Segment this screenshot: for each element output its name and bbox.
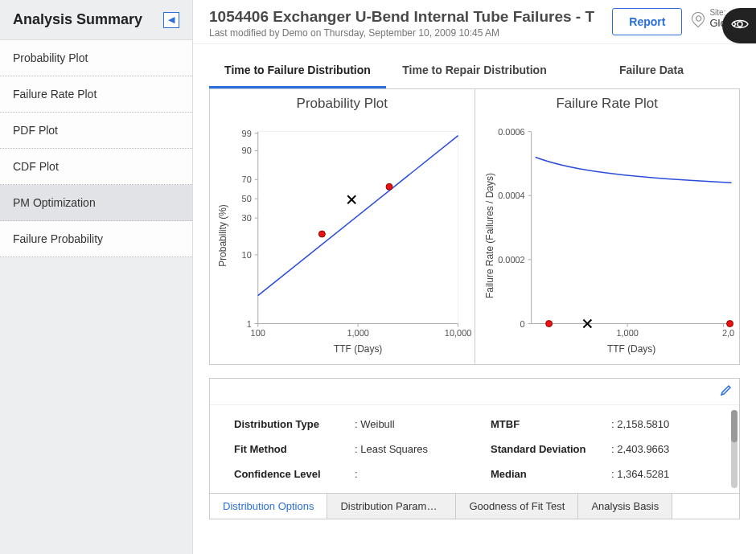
detail-row: Distribution TypeWeibull bbox=[234, 412, 458, 437]
detail-row: Confidence Level bbox=[234, 462, 458, 486]
sidebar-item-pdf-plot[interactable]: PDF Plot bbox=[0, 113, 192, 149]
data-point bbox=[726, 321, 733, 327]
svg-text:0: 0 bbox=[520, 319, 524, 329]
svg-text:0.0004: 0.0004 bbox=[498, 191, 524, 200]
svg-text:70: 70 bbox=[242, 174, 252, 184]
tab-time-to-repair[interactable]: Time to Repair Distribution bbox=[386, 55, 563, 88]
svg-text:100: 100 bbox=[251, 328, 265, 338]
eye-back-icon bbox=[731, 18, 749, 35]
tab-time-to-failure[interactable]: Time to Failure Distribution bbox=[209, 55, 386, 88]
svg-text:0.0006: 0.0006 bbox=[498, 127, 524, 137]
detail-row: Standard Deviation2,403.9663 bbox=[491, 437, 715, 462]
svg-text:1,000: 1,000 bbox=[616, 328, 638, 338]
side-drawer-toggle[interactable] bbox=[722, 8, 756, 43]
sidebar-item-failure-probability[interactable]: Failure Probability bbox=[0, 221, 192, 257]
svg-text:99: 99 bbox=[242, 129, 252, 138]
distribution-details-card: Distribution TypeWeibull Fit MethodLeast… bbox=[209, 378, 740, 519]
sidebar-item-pm-optimization[interactable]: PM Optimization bbox=[0, 185, 192, 221]
detail-row: Fit MethodLeast Squares bbox=[234, 437, 458, 462]
sidebar-item-probability-plot[interactable]: Probability Plot bbox=[0, 40, 192, 76]
censored-point-icon bbox=[347, 195, 355, 203]
main-panel: 1054406 Exchanger U-Bend Internal Tube F… bbox=[193, 0, 756, 554]
svg-line-27 bbox=[258, 136, 458, 296]
detail-row: Median1,364.5281 bbox=[491, 462, 715, 486]
svg-text:1,000: 1,000 bbox=[347, 328, 368, 338]
detail-tabs: Distribution Options Distribution Parame… bbox=[210, 493, 739, 519]
scrollbar[interactable] bbox=[731, 410, 738, 488]
svg-text:50: 50 bbox=[242, 194, 252, 203]
svg-text:1: 1 bbox=[247, 319, 252, 329]
sidebar: Analysis Summary ◀ Probability Plot Fail… bbox=[0, 0, 193, 554]
location-pin-icon bbox=[689, 10, 708, 28]
svg-text:Probability (%): Probability (%) bbox=[217, 204, 228, 267]
svg-text:10: 10 bbox=[242, 250, 252, 260]
svg-text:10,000: 10,000 bbox=[445, 328, 471, 338]
data-point bbox=[386, 183, 392, 190]
failure-rate-plot-svg: 0 0.0002 0.0004 0.0006 1,000 2,0 Failure… bbox=[475, 115, 740, 364]
page-subtitle: Last modified by Demo on Thursday, Septe… bbox=[209, 27, 602, 39]
sidebar-title: Analysis Summary bbox=[13, 11, 142, 28]
collapse-sidebar-button[interactable]: ◀ bbox=[163, 12, 179, 28]
report-button[interactable]: Report bbox=[612, 8, 682, 35]
main-tabs: Time to Failure Distribution Time to Rep… bbox=[193, 44, 756, 88]
btab-distribution-parameters[interactable]: Distribution Parameter.. bbox=[327, 494, 456, 519]
chart-title-right: Failure Rate Plot bbox=[475, 89, 740, 115]
chart-title-left: Probability Plot bbox=[210, 89, 475, 115]
svg-text:TTF (Days): TTF (Days) bbox=[606, 343, 655, 355]
btab-goodness-of-fit[interactable]: Goodness of Fit Test bbox=[456, 494, 578, 519]
svg-text:2,0: 2,0 bbox=[721, 328, 733, 338]
page-title: 1054406 Exchanger U-Bend Internal Tube F… bbox=[209, 8, 602, 26]
svg-point-0 bbox=[738, 22, 742, 27]
data-point bbox=[318, 231, 325, 237]
svg-text:30: 30 bbox=[242, 213, 252, 223]
probability-plot-card: Probability Plot 1 10 30 50 bbox=[209, 88, 475, 365]
svg-text:TTF (Days): TTF (Days) bbox=[334, 343, 382, 355]
detail-row: MTBF2,158.5810 bbox=[491, 412, 715, 437]
svg-text:90: 90 bbox=[242, 146, 252, 155]
sidebar-item-failure-rate-plot[interactable]: Failure Rate Plot bbox=[0, 76, 192, 113]
tab-failure-data[interactable]: Failure Data bbox=[563, 55, 740, 88]
sidebar-item-cdf-plot[interactable]: CDF Plot bbox=[0, 149, 192, 185]
svg-text:0.0002: 0.0002 bbox=[498, 255, 524, 265]
edit-icon[interactable] bbox=[720, 384, 733, 400]
data-point bbox=[545, 321, 552, 327]
btab-analysis-basis[interactable]: Analysis Basis bbox=[578, 494, 672, 519]
svg-text:Failure Rate (Failures / Days): Failure Rate (Failures / Days) bbox=[483, 173, 495, 298]
probability-plot-svg: 1 10 30 50 70 90 99 100 1,000 10,000 bbox=[210, 115, 475, 364]
btab-distribution-options[interactable]: Distribution Options bbox=[210, 494, 327, 519]
failure-rate-plot-card: Failure Rate Plot 0 0.0002 0.0004 0.0006… bbox=[475, 88, 741, 365]
